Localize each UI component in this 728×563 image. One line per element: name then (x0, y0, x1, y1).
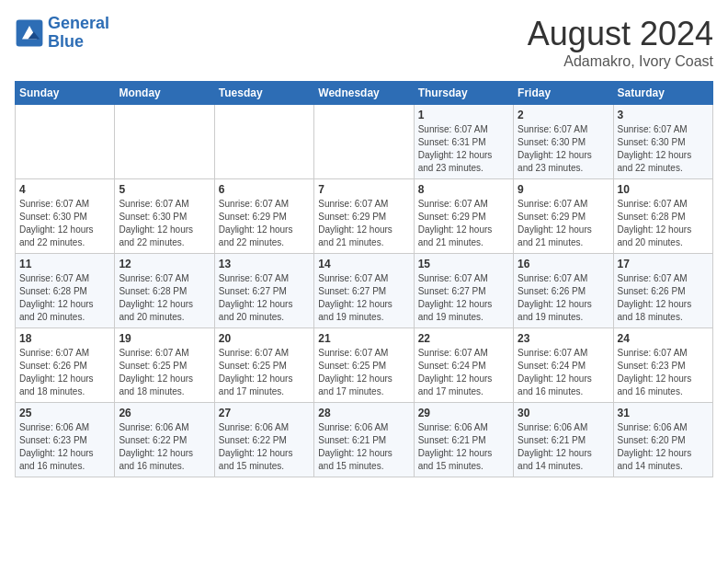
table-cell: 10Sunrise: 6:07 AM Sunset: 6:28 PM Dayli… (613, 179, 712, 254)
day-number: 16 (518, 258, 609, 270)
weekday-header-row: Sunday Monday Tuesday Wednesday Thursday… (16, 82, 713, 105)
table-cell: 25Sunrise: 6:06 AM Sunset: 6:23 PM Dayli… (16, 403, 115, 477)
title-area: August 2024 Adamakro, Ivory Coast (528, 15, 713, 70)
table-cell: 3Sunrise: 6:07 AM Sunset: 6:30 PM Daylig… (613, 105, 712, 179)
logo: General Blue (15, 15, 109, 52)
day-number: 14 (318, 258, 409, 270)
table-cell (115, 105, 214, 179)
day-number: 2 (518, 109, 609, 121)
day-number: 17 (618, 258, 709, 270)
table-cell: 13Sunrise: 6:07 AM Sunset: 6:27 PM Dayli… (214, 254, 313, 328)
day-info: Sunrise: 6:06 AM Sunset: 6:22 PM Dayligh… (219, 421, 310, 473)
day-info: Sunrise: 6:07 AM Sunset: 6:31 PM Dayligh… (418, 123, 509, 175)
day-number: 7 (318, 183, 409, 196)
table-cell: 4Sunrise: 6:07 AM Sunset: 6:30 PM Daylig… (16, 179, 115, 254)
day-info: Sunrise: 6:07 AM Sunset: 6:25 PM Dayligh… (318, 347, 409, 398)
day-number: 4 (19, 183, 110, 196)
week-row-2: 4Sunrise: 6:07 AM Sunset: 6:30 PM Daylig… (16, 179, 713, 254)
day-number: 31 (618, 407, 709, 419)
logo-text: General Blue (48, 15, 109, 52)
day-info: Sunrise: 6:07 AM Sunset: 6:26 PM Dayligh… (19, 347, 110, 398)
col-thursday: Thursday (414, 82, 513, 105)
table-cell: 11Sunrise: 6:07 AM Sunset: 6:28 PM Dayli… (16, 254, 115, 328)
day-info: Sunrise: 6:07 AM Sunset: 6:26 PM Dayligh… (518, 272, 609, 324)
day-number: 25 (19, 407, 110, 419)
day-number: 5 (119, 183, 210, 196)
table-cell: 14Sunrise: 6:07 AM Sunset: 6:27 PM Dayli… (314, 254, 414, 328)
day-number: 12 (119, 258, 210, 270)
day-number: 19 (119, 332, 210, 345)
col-saturday: Saturday (613, 82, 712, 105)
col-friday: Friday (514, 82, 613, 105)
day-info: Sunrise: 6:07 AM Sunset: 6:27 PM Dayligh… (219, 272, 310, 324)
table-cell: 5Sunrise: 6:07 AM Sunset: 6:30 PM Daylig… (115, 179, 214, 254)
table-cell (16, 105, 115, 179)
day-number: 30 (518, 407, 609, 419)
table-cell: 8Sunrise: 6:07 AM Sunset: 6:29 PM Daylig… (414, 179, 513, 254)
table-cell: 2Sunrise: 6:07 AM Sunset: 6:30 PM Daylig… (514, 105, 613, 179)
table-cell: 29Sunrise: 6:06 AM Sunset: 6:21 PM Dayli… (414, 403, 513, 477)
table-cell: 24Sunrise: 6:07 AM Sunset: 6:23 PM Dayli… (613, 328, 712, 403)
table-cell (314, 105, 414, 179)
day-info: Sunrise: 6:07 AM Sunset: 6:30 PM Dayligh… (618, 123, 709, 175)
day-number: 13 (219, 258, 310, 270)
day-info: Sunrise: 6:07 AM Sunset: 6:29 PM Dayligh… (318, 198, 409, 249)
table-cell: 20Sunrise: 6:07 AM Sunset: 6:25 PM Dayli… (214, 328, 313, 403)
week-row-1: 1Sunrise: 6:07 AM Sunset: 6:31 PM Daylig… (16, 105, 713, 179)
table-cell: 16Sunrise: 6:07 AM Sunset: 6:26 PM Dayli… (514, 254, 613, 328)
day-info: Sunrise: 6:07 AM Sunset: 6:24 PM Dayligh… (518, 347, 609, 398)
calendar-subtitle: Adamakro, Ivory Coast (528, 53, 713, 70)
table-cell: 12Sunrise: 6:07 AM Sunset: 6:28 PM Dayli… (115, 254, 214, 328)
day-info: Sunrise: 6:07 AM Sunset: 6:27 PM Dayligh… (418, 272, 509, 324)
day-number: 24 (618, 332, 709, 345)
logo-line2: Blue (48, 32, 84, 51)
col-tuesday: Tuesday (214, 82, 313, 105)
day-info: Sunrise: 6:06 AM Sunset: 6:20 PM Dayligh… (618, 421, 709, 473)
day-info: Sunrise: 6:06 AM Sunset: 6:23 PM Dayligh… (19, 421, 110, 473)
day-info: Sunrise: 6:07 AM Sunset: 6:29 PM Dayligh… (518, 198, 609, 249)
day-info: Sunrise: 6:07 AM Sunset: 6:29 PM Dayligh… (418, 198, 509, 249)
day-number: 21 (318, 332, 409, 345)
table-cell: 7Sunrise: 6:07 AM Sunset: 6:29 PM Daylig… (314, 179, 414, 254)
day-info: Sunrise: 6:07 AM Sunset: 6:25 PM Dayligh… (119, 347, 210, 398)
day-info: Sunrise: 6:07 AM Sunset: 6:25 PM Dayligh… (219, 347, 310, 398)
table-cell: 22Sunrise: 6:07 AM Sunset: 6:24 PM Dayli… (414, 328, 513, 403)
day-number: 23 (518, 332, 609, 345)
table-cell: 15Sunrise: 6:07 AM Sunset: 6:27 PM Dayli… (414, 254, 513, 328)
day-number: 10 (618, 183, 709, 196)
col-wednesday: Wednesday (314, 82, 414, 105)
table-cell: 28Sunrise: 6:06 AM Sunset: 6:21 PM Dayli… (314, 403, 414, 477)
calendar-title: August 2024 (528, 15, 713, 53)
day-info: Sunrise: 6:06 AM Sunset: 6:21 PM Dayligh… (418, 421, 509, 473)
day-info: Sunrise: 6:07 AM Sunset: 6:29 PM Dayligh… (219, 198, 310, 249)
day-number: 15 (418, 258, 509, 270)
table-cell: 31Sunrise: 6:06 AM Sunset: 6:20 PM Dayli… (613, 403, 712, 477)
day-number: 28 (318, 407, 409, 419)
table-cell: 9Sunrise: 6:07 AM Sunset: 6:29 PM Daylig… (514, 179, 613, 254)
day-info: Sunrise: 6:07 AM Sunset: 6:24 PM Dayligh… (418, 347, 509, 398)
table-cell (214, 105, 313, 179)
page-header: General Blue August 2024 Adamakro, Ivory… (15, 15, 713, 70)
day-info: Sunrise: 6:07 AM Sunset: 6:23 PM Dayligh… (618, 347, 709, 398)
day-number: 18 (19, 332, 110, 345)
day-number: 6 (219, 183, 310, 196)
week-row-4: 18Sunrise: 6:07 AM Sunset: 6:26 PM Dayli… (16, 328, 713, 403)
week-row-5: 25Sunrise: 6:06 AM Sunset: 6:23 PM Dayli… (16, 403, 713, 477)
day-info: Sunrise: 6:07 AM Sunset: 6:26 PM Dayligh… (618, 272, 709, 324)
day-info: Sunrise: 6:06 AM Sunset: 6:22 PM Dayligh… (119, 421, 210, 473)
day-info: Sunrise: 6:06 AM Sunset: 6:21 PM Dayligh… (518, 421, 609, 473)
day-number: 27 (219, 407, 310, 419)
table-cell: 27Sunrise: 6:06 AM Sunset: 6:22 PM Dayli… (214, 403, 313, 477)
col-sunday: Sunday (16, 82, 115, 105)
table-cell: 1Sunrise: 6:07 AM Sunset: 6:31 PM Daylig… (414, 105, 513, 179)
day-info: Sunrise: 6:07 AM Sunset: 6:30 PM Dayligh… (518, 123, 609, 175)
day-number: 8 (418, 183, 509, 196)
week-row-3: 11Sunrise: 6:07 AM Sunset: 6:28 PM Dayli… (16, 254, 713, 328)
logo-line1: General (48, 14, 109, 32)
table-cell: 19Sunrise: 6:07 AM Sunset: 6:25 PM Dayli… (115, 328, 214, 403)
day-number: 20 (219, 332, 310, 345)
logo-icon (15, 18, 44, 48)
table-cell: 23Sunrise: 6:07 AM Sunset: 6:24 PM Dayli… (514, 328, 613, 403)
day-number: 11 (19, 258, 110, 270)
day-info: Sunrise: 6:07 AM Sunset: 6:30 PM Dayligh… (119, 198, 210, 249)
